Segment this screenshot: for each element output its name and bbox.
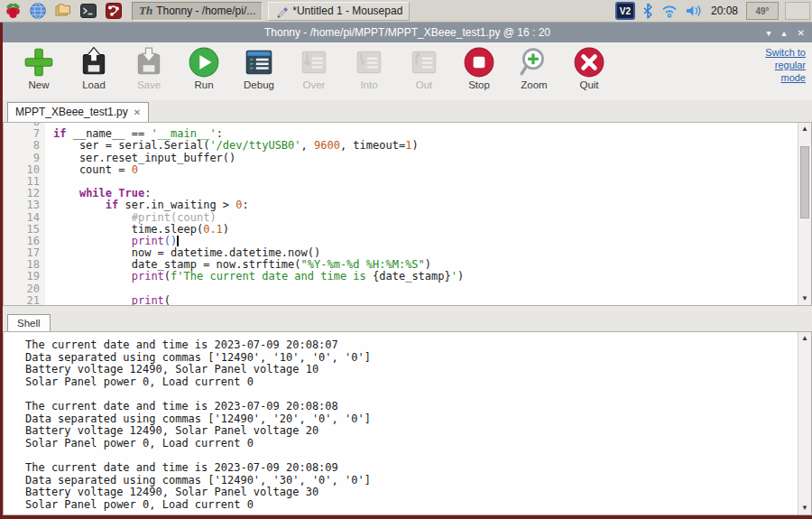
scroll-up-icon[interactable]: ▲ — [798, 124, 811, 134]
pencil-icon — [275, 5, 289, 18]
shell-line — [25, 388, 798, 401]
taskbar-window-title: Thonny - /home/pi/... — [156, 5, 255, 17]
scroll-up-icon[interactable]: ▲ — [798, 333, 811, 344]
line-number: 9 — [4, 153, 45, 164]
taskbar-window-thonny[interactable]: Th Thonny - /home/pi/... — [132, 2, 263, 21]
shell-scrollbar[interactable]: ▲ ▼ — [798, 332, 811, 514]
bluetooth-icon[interactable] — [641, 3, 654, 19]
shell-output: The current date and time is 2023-07-09 … — [4, 332, 798, 514]
shell-line — [25, 449, 798, 462]
code-line: 19 print(f'The current date and time is … — [4, 271, 798, 283]
file-manager-icon[interactable] — [52, 2, 74, 21]
scroll-down-icon[interactable]: ▼ — [798, 293, 811, 304]
shell-tabbar: Shell — [3, 311, 812, 331]
toolbar: New Load Save Run — [3, 42, 812, 100]
text-cursor — [177, 236, 179, 246]
tray-blank-widget — [785, 2, 810, 20]
maximize-icon[interactable]: ▴ — [782, 28, 787, 38]
shell-tab[interactable]: Shell — [7, 314, 51, 331]
code-lines: 67if __name__ == '__main__':8 ser = seri… — [4, 123, 798, 305]
line-number: 15 — [4, 224, 45, 236]
step-over-icon — [298, 46, 330, 79]
shell-pane[interactable]: The current date and time is 2023-07-09 … — [3, 331, 812, 515]
shell-line: Data separated using commas ['12490', '3… — [25, 475, 798, 487]
debug-icon — [243, 46, 275, 79]
shell-line: The current date and time is 2023-07-09 … — [25, 339, 798, 352]
tab-close-icon[interactable]: ✕ — [134, 107, 141, 117]
browser-icon[interactable] — [27, 2, 49, 21]
line-number: 20 — [4, 283, 45, 295]
taskbar: Th Thonny - /home/pi/... *Untitled 1 - M… — [0, 0, 812, 23]
shell-line: Data separated using commas ['12490', '1… — [25, 352, 798, 365]
editor-scrollbar[interactable]: ▲ ▼ — [798, 123, 811, 305]
system-tray: V2 20:08 49° — [615, 2, 812, 20]
shell-line: The current date and time is 2023-07-09 … — [25, 401, 798, 413]
shell-line: Battery voltage 12490, Solar Panel volta… — [25, 425, 798, 438]
shell-line: Data separated using commas ['12490', '2… — [25, 413, 798, 426]
line-number: 21 — [4, 295, 45, 305]
quit-icon — [573, 46, 605, 79]
load-button[interactable]: Load — [69, 46, 119, 90]
raspberry-menu-icon[interactable] — [2, 2, 23, 21]
save-icon — [133, 46, 165, 79]
shell-line: Solar Panel power 0, Load current 0 — [25, 438, 798, 450]
code-line: 10 count = 0 — [4, 164, 798, 176]
stop-icon — [463, 46, 495, 79]
thonny-window: Thonny - /home/pi/MPPT/MPPT_XBeee_test1.… — [3, 23, 812, 515]
shell-line: Battery voltage 12490, Solar Panel volta… — [25, 364, 798, 376]
line-number: 14 — [4, 212, 45, 224]
wifi-icon[interactable] — [660, 4, 678, 18]
debug-button[interactable]: Debug — [234, 46, 284, 90]
step-out-icon — [408, 46, 440, 79]
code-editor[interactable]: 67if __name__ == '__main__':8 ser = seri… — [3, 122, 812, 306]
step-over-button: Over — [289, 46, 339, 90]
step-into-button: Into — [344, 46, 394, 90]
editor-tab[interactable]: MPPT_XBeee_test1.py ✕ — [7, 102, 149, 122]
window-title: Thonny - /home/pi/MPPT/MPPT_XBeee_test1.… — [3, 26, 812, 39]
taskbar-window-mousepad[interactable]: *Untitled 1 - Mousepad — [268, 2, 410, 21]
shell-line: Solar Panel power 0, Load current 0 — [25, 499, 798, 512]
stop-button[interactable]: Stop — [454, 46, 504, 90]
shell-line: Battery voltage 12490, Solar Panel volta… — [25, 487, 798, 499]
clock[interactable]: 20:08 — [709, 5, 740, 17]
terminal-icon[interactable] — [78, 2, 99, 21]
minimize-icon[interactable]: ▾ — [767, 28, 771, 38]
new-icon — [23, 46, 55, 79]
quit-button[interactable]: Quit — [564, 46, 614, 90]
close-icon[interactable]: ✕ — [798, 28, 805, 38]
line-number: 8 — [4, 140, 45, 152]
save-button: Save — [124, 46, 174, 90]
shell-line: Solar Panel power 0, Load current 0 — [25, 376, 798, 389]
line-number: 10 — [4, 164, 45, 176]
window-titlebar[interactable]: Thonny - /home/pi/MPPT/MPPT_XBeee_test1.… — [3, 23, 812, 42]
run-button[interactable]: Run — [179, 46, 229, 90]
step-into-icon — [353, 46, 385, 79]
line-number: 13 — [4, 199, 45, 211]
editor-tabbar: MPPT_XBeee_test1.py ✕ — [3, 100, 812, 122]
step-out-button: Out — [399, 46, 449, 90]
zoom-icon — [518, 46, 550, 79]
thonny-icon: Th — [139, 4, 152, 18]
new-button[interactable]: New — [14, 46, 64, 90]
code-line: 21 print( — [4, 295, 798, 305]
taskbar-window-title: *Untitled 1 - Mousepad — [292, 5, 402, 17]
shell-line: The current date and time is 2023-07-09 … — [25, 462, 798, 475]
load-icon — [78, 46, 110, 79]
scroll-down-icon[interactable]: ▼ — [798, 503, 811, 514]
editor-tab-label: MPPT_XBeee_test1.py — [15, 106, 128, 118]
run-icon — [188, 46, 220, 79]
cpu-temp-widget[interactable]: 49° — [746, 2, 779, 20]
switch-regular-mode-link[interactable]: Switch to regular mode — [753, 47, 806, 84]
red-app-icon[interactable] — [103, 2, 125, 21]
editor-scrollbar-thumb[interactable] — [800, 146, 809, 218]
volume-icon[interactable] — [685, 4, 703, 18]
vnc-icon[interactable]: V2 — [615, 2, 635, 20]
line-number: 19 — [4, 271, 45, 283]
zoom-button[interactable]: Zoom — [509, 46, 559, 90]
